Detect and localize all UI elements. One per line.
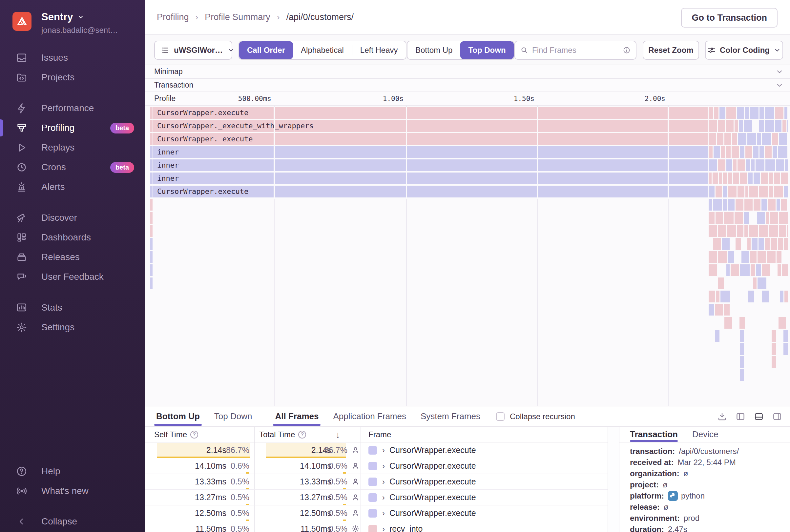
flame-frame-small[interactable] (775, 107, 784, 119)
user-icon[interactable] (351, 509, 360, 517)
flame-frame-small[interactable] (744, 120, 752, 132)
flame-frame-small[interactable] (778, 317, 786, 329)
flame-frame-small[interactable] (728, 186, 736, 197)
flame-frame-small[interactable] (746, 146, 752, 158)
flame-frame-small[interactable] (718, 225, 726, 237)
table-row[interactable]: 14.10ms0.6%14.10ms0.6%›CursorWrapper.exe… (145, 458, 607, 474)
sidebar-item-issues[interactable]: Issues (0, 48, 145, 68)
flame-frame-small[interactable] (746, 186, 748, 197)
flame-frame-small[interactable] (718, 159, 726, 171)
flame-frame-small[interactable] (740, 356, 744, 368)
direction-option-top-down[interactable]: Top Down (460, 41, 513, 59)
flame-frame-small[interactable] (755, 159, 765, 171)
gear-icon[interactable] (351, 525, 360, 532)
sort-direction-icon[interactable]: ↓ (336, 430, 340, 440)
table-row[interactable]: 13.33ms0.5%13.33ms0.5%›CursorWrapper.exe… (145, 474, 607, 490)
sidebar-item-performance[interactable]: Performance (0, 98, 145, 118)
frame-header[interactable]: Frame (369, 427, 391, 442)
flame-frame-small[interactable] (759, 107, 764, 119)
flame-frame-small[interactable] (716, 186, 722, 197)
flame-frame-small[interactable] (728, 199, 735, 211)
total-time-header[interactable]: Total Time ? (259, 427, 306, 442)
flame-frame-small[interactable] (735, 120, 738, 132)
flame-frame-small[interactable] (726, 107, 736, 119)
flame-frame-small[interactable] (709, 251, 717, 263)
flame-frame-small[interactable] (772, 343, 776, 355)
flame-frame[interactable]: CursorWrapper.execute (153, 186, 708, 197)
flame-frame[interactable]: CursorWrapper.execute (153, 107, 708, 119)
flame-frame-small[interactable] (737, 225, 744, 237)
flame-frame-small[interactable] (765, 120, 774, 132)
flame-frame-small[interactable] (736, 199, 744, 211)
user-icon[interactable] (351, 477, 360, 486)
flame-frame-small[interactable] (762, 133, 771, 145)
flame-frame-small[interactable] (749, 225, 758, 237)
flame-frame-small[interactable] (709, 291, 715, 302)
flame-frame-small[interactable] (769, 172, 774, 184)
flame-frame-small[interactable] (718, 251, 727, 263)
flame-frame-small[interactable] (722, 238, 730, 250)
flame-frame-small[interactable] (739, 317, 745, 329)
flame-frame-small[interactable] (771, 238, 777, 250)
flame-frame-small[interactable] (765, 238, 770, 250)
flame-frame-small[interactable] (777, 264, 781, 276)
flame-frame-small[interactable] (709, 172, 712, 184)
flame-frame-small[interactable] (785, 291, 788, 302)
layout-bottom-icon[interactable] (754, 412, 764, 421)
flame-frame-small[interactable] (754, 199, 760, 211)
flame-frame-small[interactable] (761, 172, 768, 184)
flame-frame-small[interactable] (709, 304, 714, 316)
flame-frame-small[interactable] (709, 159, 717, 171)
flame-frame-small[interactable] (772, 133, 778, 145)
flame-frame-small[interactable] (787, 225, 788, 237)
flame-frame-small[interactable] (733, 159, 736, 171)
flame-frame-sliver[interactable] (150, 225, 153, 237)
tab-system-frames[interactable]: System Frames (419, 406, 482, 426)
flame-frame-sliver[interactable] (150, 238, 153, 250)
flame-frame-small[interactable] (776, 199, 780, 211)
flame-frame-sliver[interactable] (150, 159, 153, 171)
org-switcher[interactable]: Sentry jonas.badalic@sent… (41, 11, 136, 35)
flame-frame-small[interactable] (776, 159, 784, 171)
info-icon[interactable] (623, 46, 631, 54)
sentry-logo-icon[interactable] (13, 12, 32, 31)
download-icon[interactable] (717, 412, 727, 421)
flame-frame-small[interactable] (787, 120, 788, 132)
flame-frame-small[interactable] (718, 120, 725, 132)
layout-right-icon[interactable] (772, 412, 782, 421)
table-row[interactable]: 11.50ms0.5%11.50ms0.5%›recv_into (145, 521, 607, 532)
flame-frame-small[interactable] (759, 186, 768, 197)
chevron-down-icon[interactable] (775, 81, 784, 89)
flame-frame-sliver[interactable] (150, 212, 153, 224)
flame-frame-small[interactable] (757, 133, 761, 145)
flame-frame-small[interactable] (779, 212, 788, 224)
flame-frame-small[interactable] (727, 225, 736, 237)
flame-frame-small[interactable] (769, 186, 773, 197)
flame-frame-small[interactable] (731, 264, 739, 276)
flame-frame-sliver[interactable] (150, 199, 153, 211)
flame-frame-small[interactable] (780, 291, 784, 302)
reset-zoom-button[interactable]: Reset Zoom (643, 41, 699, 60)
flame-frame-small[interactable] (732, 133, 736, 145)
flame-frame[interactable]: CursorWrapper._execute_with_wrappers (153, 120, 708, 132)
flame-frame-small[interactable] (735, 212, 743, 224)
flame-frame-sliver[interactable] (150, 107, 153, 119)
breadcrumb-item[interactable]: Profile Summary (205, 12, 270, 22)
flame-frame-small[interactable] (748, 172, 753, 184)
sidebar-item-dashboards[interactable]: Dashboards (0, 228, 145, 247)
flame-frame-small[interactable] (723, 186, 727, 197)
flame-frame-small[interactable] (724, 304, 730, 316)
flame-frame-small[interactable] (739, 120, 743, 132)
flame-frame-small[interactable] (766, 212, 769, 224)
flame-frame-small[interactable] (752, 238, 757, 250)
chevron-right-icon[interactable]: › (382, 525, 385, 532)
flame-frame-small[interactable] (713, 238, 721, 250)
flame-frame-small[interactable] (709, 199, 712, 211)
chevron-right-icon[interactable]: › (382, 477, 385, 487)
flame-frame-small[interactable] (751, 159, 755, 171)
collapse-recursion-checkbox[interactable] (496, 412, 505, 421)
flame-frame-small[interactable] (783, 120, 786, 132)
tab-all-frames[interactable]: All Frames (273, 406, 321, 426)
flame-frame-small[interactable] (740, 369, 744, 381)
flame-frame-small[interactable] (732, 146, 739, 158)
